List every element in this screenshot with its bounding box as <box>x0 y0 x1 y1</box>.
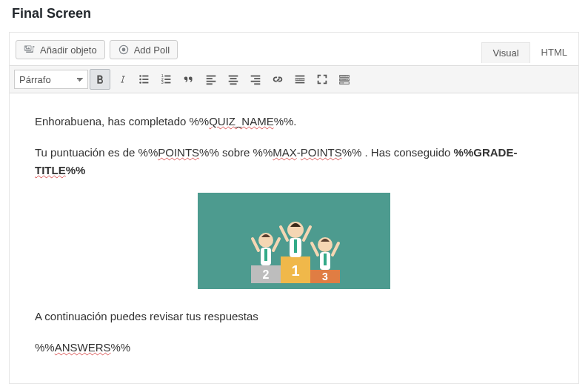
svg-text:1: 1 <box>291 262 299 279</box>
svg-rect-31 <box>301 79 303 80</box>
svg-point-2 <box>139 75 141 77</box>
insert-more-button[interactable] <box>290 69 310 90</box>
svg-text:2: 2 <box>263 268 270 281</box>
editor-content[interactable]: Enhorabuena, has completado %%QUIZ_NAME%… <box>10 93 578 383</box>
svg-rect-16 <box>207 81 216 82</box>
svg-rect-14 <box>207 76 216 77</box>
content-line-3: A continuación puedes revisar tus respue… <box>35 308 553 325</box>
media-icon <box>24 44 36 56</box>
align-right-button[interactable] <box>245 69 266 90</box>
svg-rect-33 <box>295 80 305 81</box>
add-poll-button[interactable]: Add Poll <box>110 40 178 59</box>
add-poll-label: Add Poll <box>134 44 170 56</box>
toolbar-toggle-button[interactable] <box>334 69 355 90</box>
svg-rect-9 <box>164 76 170 77</box>
fullscreen-button[interactable] <box>312 69 333 90</box>
editor-top-row: Añadir objeto Add Poll Visual HTML <box>10 33 578 66</box>
editor-toolbar: Párrafo 123 <box>10 66 578 93</box>
svg-rect-24 <box>251 81 261 82</box>
svg-rect-23 <box>254 78 260 79</box>
svg-rect-21 <box>230 83 237 85</box>
svg-point-4 <box>139 79 141 81</box>
svg-point-1 <box>121 48 125 52</box>
blockquote-button[interactable] <box>178 69 199 90</box>
svg-point-6 <box>139 82 141 84</box>
svg-rect-41 <box>341 79 342 80</box>
content-line-4: %%ANSWERS%% <box>35 339 553 357</box>
italic-button[interactable] <box>112 69 133 90</box>
svg-rect-3 <box>142 76 148 77</box>
svg-rect-46 <box>341 83 342 84</box>
bold-button[interactable] <box>90 69 110 90</box>
svg-rect-29 <box>297 79 298 80</box>
content-image: 2 1 3 <box>35 193 553 294</box>
svg-rect-13 <box>164 82 170 84</box>
svg-rect-28 <box>295 79 297 80</box>
svg-rect-44 <box>347 79 348 80</box>
svg-rect-20 <box>229 81 238 82</box>
section-heading: Final Screen <box>0 0 588 32</box>
link-button[interactable] <box>267 69 288 90</box>
editor-tabs: Visual HTML <box>481 41 578 62</box>
svg-rect-5 <box>142 79 148 80</box>
svg-rect-37 <box>342 76 344 77</box>
align-center-button[interactable] <box>223 69 244 90</box>
content-line-1: Enhorabuena, has completado %%QUIZ_NAME%… <box>35 113 553 130</box>
svg-rect-18 <box>229 76 238 77</box>
number-list-button[interactable]: 123 <box>156 69 177 90</box>
add-media-button[interactable]: Añadir objeto <box>16 40 105 59</box>
poll-icon <box>118 44 130 56</box>
svg-rect-34 <box>295 82 305 84</box>
svg-rect-43 <box>344 79 346 80</box>
svg-rect-38 <box>344 76 346 77</box>
content-line-2: Tu puntuación es de %%POINTS%% sobre %%M… <box>35 144 553 179</box>
svg-rect-42 <box>342 79 344 80</box>
svg-rect-11 <box>164 79 170 80</box>
svg-rect-57 <box>264 249 267 261</box>
svg-rect-36 <box>341 76 342 77</box>
align-left-button[interactable] <box>201 69 221 90</box>
bullet-list-button[interactable] <box>134 69 155 90</box>
svg-rect-32 <box>304 79 305 80</box>
tab-visual[interactable]: Visual <box>481 42 529 63</box>
add-media-label: Añadir objeto <box>40 44 97 56</box>
svg-rect-25 <box>254 83 260 85</box>
svg-rect-30 <box>299 79 301 80</box>
svg-rect-47 <box>342 83 344 84</box>
svg-rect-19 <box>230 78 237 79</box>
svg-rect-26 <box>295 76 305 77</box>
svg-rect-22 <box>251 76 261 77</box>
svg-rect-67 <box>324 254 327 265</box>
media-buttons: Añadir objeto Add Poll <box>14 37 178 65</box>
svg-rect-7 <box>142 82 148 84</box>
svg-rect-27 <box>295 78 305 79</box>
format-select[interactable]: Párrafo <box>14 70 88 89</box>
svg-text:3: 3 <box>161 80 164 85</box>
editor-container: Añadir objeto Add Poll Visual HTML Párra… <box>9 32 579 384</box>
tab-html[interactable]: HTML <box>530 42 578 63</box>
svg-rect-62 <box>294 239 297 253</box>
podium-illustration-icon: 2 1 3 <box>198 193 390 289</box>
svg-rect-39 <box>347 76 348 77</box>
svg-rect-17 <box>207 83 213 85</box>
svg-rect-15 <box>207 78 213 79</box>
svg-text:3: 3 <box>322 271 328 282</box>
